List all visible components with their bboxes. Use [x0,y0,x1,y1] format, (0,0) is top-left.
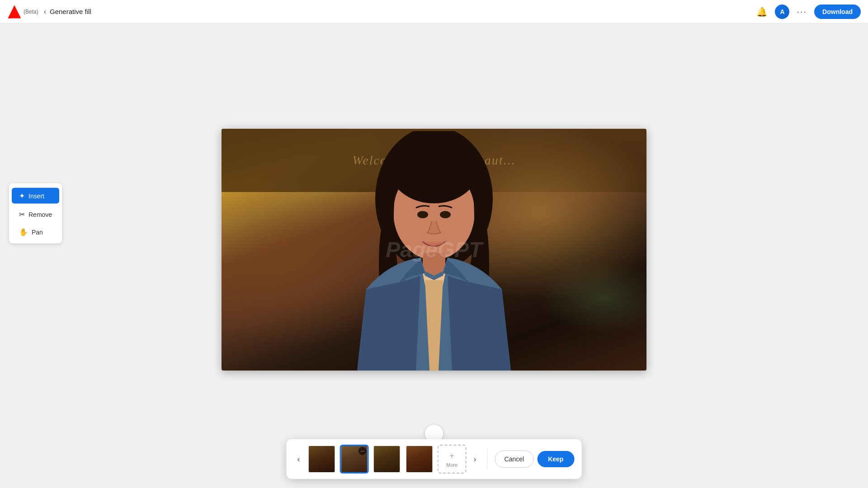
thumbnail-2[interactable]: ··· [340,445,369,474]
prev-button[interactable]: ‹ [294,453,304,466]
keep-button[interactable]: Keep [537,451,574,467]
main-content: ✦ Insert ✂ Remove ✋ Pan Welcome Abo Ming… [0,23,868,488]
plus-icon: + [449,451,455,461]
page-title: Generative fill [50,8,91,15]
beta-label: (Beta) [24,9,38,15]
bell-icon[interactable]: 🔔 [756,6,768,17]
header-right: 🔔 A ··· Download [756,5,861,19]
more-thumbnail[interactable]: + More [438,445,467,474]
remove-label: Remove [28,211,52,218]
back-chevron-icon: ‹ [44,8,46,16]
main-image: Welcome Abo Ming Reaut... [222,129,646,371]
insert-icon: ✦ [19,192,25,200]
pan-tool[interactable]: ✋ Pan [12,224,59,240]
separator [487,448,488,470]
woman-figure [321,131,547,371]
adobe-logo-icon [7,5,22,19]
image-container: Welcome Abo Ming Reaut... [117,56,751,443]
thumbnail-strip: ‹ ··· + More › Cancel Keep [287,439,582,479]
left-toolbar: ✦ Insert ✂ Remove ✋ Pan [9,183,62,244]
pan-icon: ✋ [19,228,28,236]
svg-point-4 [389,131,479,203]
thumbnail-dots: ··· [359,447,367,455]
remove-tool[interactable]: ✂ Remove [12,206,59,222]
cancel-button[interactable]: Cancel [495,450,534,468]
svg-point-6 [417,211,428,218]
header: (Beta) ‹ Generative fill 🔔 A ··· Downloa… [0,0,868,23]
next-button[interactable]: › [470,453,480,466]
pan-label: Pan [32,228,43,235]
svg-point-7 [440,211,451,218]
insert-label: Insert [28,192,44,199]
insert-tool[interactable]: ✦ Insert [12,188,59,204]
download-button[interactable]: Download [814,5,861,19]
thumbnail-4[interactable] [405,445,434,474]
back-button[interactable]: ‹ [44,8,46,16]
avatar[interactable]: A [775,5,789,19]
thumbnail-1[interactable] [307,445,336,474]
more-options-button[interactable]: ··· [797,6,807,17]
thumbnail-3[interactable] [373,445,401,474]
remove-icon: ✂ [19,210,25,219]
more-label: More [446,462,458,468]
